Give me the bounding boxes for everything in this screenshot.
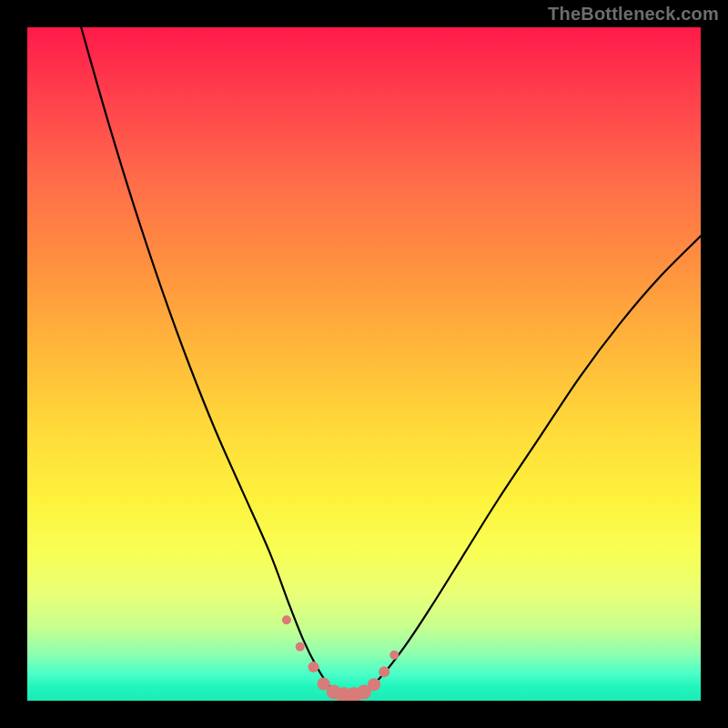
- marker-point: [282, 615, 291, 624]
- marker-point: [389, 651, 399, 660]
- marker-point: [379, 666, 389, 677]
- plot-area: [27, 27, 701, 701]
- marker-point: [308, 662, 319, 672]
- marker-point: [296, 642, 305, 652]
- watermark-text: TheBottleneck.com: [548, 4, 719, 25]
- chart-frame: TheBottleneck.com: [0, 0, 728, 728]
- chart-svg: [27, 27, 701, 701]
- bottleneck-curve: [81, 27, 701, 695]
- highlight-markers: [282, 615, 399, 701]
- marker-point: [368, 678, 380, 691]
